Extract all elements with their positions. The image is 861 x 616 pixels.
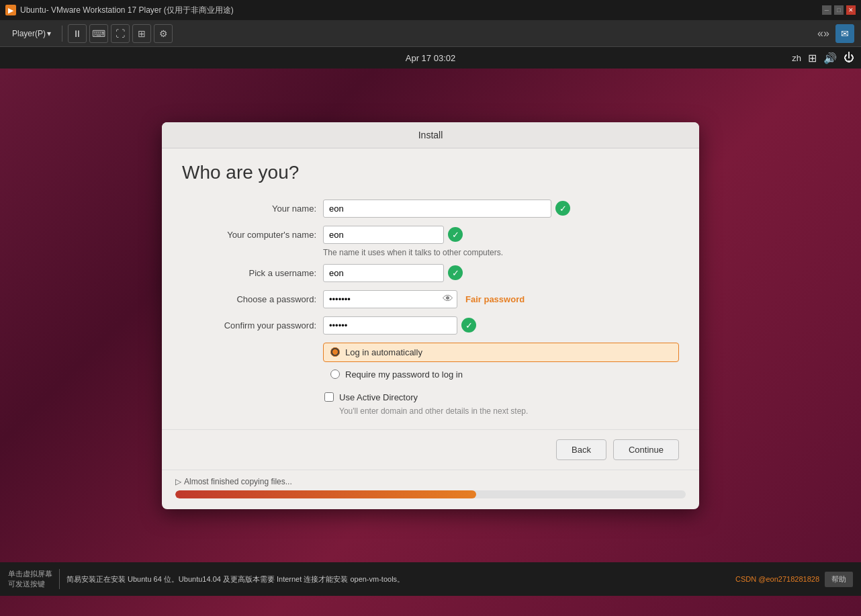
- password-field-wrap: 👁: [323, 290, 457, 308]
- datetime-display: Apr 17 03:02: [406, 53, 455, 63]
- computer-input[interactable]: [323, 226, 444, 244]
- auto-login-label: Log in automatically: [345, 347, 422, 357]
- unity-button[interactable]: ⊞: [132, 24, 151, 43]
- password-eye-icon[interactable]: 👁: [443, 293, 453, 305]
- power-icon: ⏻: [844, 52, 854, 64]
- require-password-option[interactable]: Require my password to log in: [323, 365, 679, 384]
- password-input-wrap: 👁 Fair password: [323, 290, 679, 308]
- confirm-input-wrap: ✓: [323, 316, 679, 335]
- continue-button[interactable]: Continue: [613, 439, 679, 460]
- name-input[interactable]: [323, 200, 551, 218]
- help-button[interactable]: 帮助: [825, 572, 853, 587]
- hint-line1: 单击虚拟屏幕: [8, 569, 52, 579]
- progress-text: Almost finished copying files...: [184, 477, 292, 486]
- username-input[interactable]: [323, 264, 444, 282]
- hint-text-block: 单击虚拟屏幕 可发送按键: [8, 569, 52, 590]
- send-key-button[interactable]: ⌨: [89, 24, 108, 43]
- confirm-input[interactable]: [323, 316, 457, 335]
- close-button[interactable]: ✕: [846, 5, 856, 15]
- name-check-icon: ✓: [555, 201, 570, 216]
- statusbar-right-icons: zh ⊞ 🔊 ⏻: [792, 52, 854, 64]
- active-dir-hint: You'll enter domain and other details in…: [339, 406, 679, 416]
- password-label: Choose a password:: [182, 294, 316, 304]
- confirm-check-icon: ✓: [461, 318, 476, 333]
- active-directory-row[interactable]: Use Active Directory: [323, 390, 679, 405]
- install-dialog: Install Who are you? Your name: ✓ Your c…: [162, 122, 699, 509]
- status-bar-top: Apr 17 03:02 zh ⊞ 🔊 ⏻: [0, 47, 861, 69]
- progress-bar-fill: [175, 490, 476, 498]
- name-input-wrap: ✓: [323, 200, 679, 218]
- dialog-footer: Back Continue: [162, 429, 699, 470]
- progress-bar-background: [175, 490, 686, 498]
- desktop: Install Who are you? Your name: ✓ Your c…: [0, 69, 861, 562]
- name-row: Your name: ✓: [182, 200, 679, 218]
- minimize-button[interactable]: ─: [822, 5, 831, 15]
- player-menu-button[interactable]: Player(P) ▾: [7, 26, 56, 41]
- auto-login-option[interactable]: Log in automatically: [323, 343, 679, 362]
- separator: [59, 569, 60, 589]
- window-title: Ubuntu- VMware Workstation 17 Player (仅用…: [20, 5, 818, 16]
- bottom-statusbar: 单击虚拟屏幕 可发送按键 简易安装正在安装 Ubuntu 64 位。Ubuntu…: [0, 562, 861, 596]
- computer-label: Your computer's name:: [182, 230, 316, 240]
- progress-arrow-icon: ▷: [175, 477, 181, 486]
- hint-line2: 可发送按键: [8, 579, 52, 589]
- dialog-body: Who are you? Your name: ✓ Your computer'…: [162, 148, 699, 429]
- back-button[interactable]: Back: [556, 439, 606, 460]
- message-button[interactable]: ✉: [835, 24, 854, 43]
- require-password-radio[interactable]: [330, 369, 340, 379]
- confirm-password-row: Confirm your password: ✓: [182, 316, 679, 335]
- network-icon: ⊞: [808, 52, 817, 64]
- active-dir-label: Use Active Directory: [339, 392, 418, 402]
- computer-check-icon: ✓: [448, 227, 463, 242]
- brand-label: CSDN @eon2718281828: [735, 575, 819, 583]
- password-input[interactable]: [323, 290, 457, 308]
- fullscreen-button[interactable]: ⛶: [111, 24, 130, 43]
- language-indicator: zh: [792, 53, 801, 63]
- vm-toolbar: Player(P) ▾ ⏸ ⌨ ⛶ ⊞ ⚙ «» ✉: [0, 20, 861, 47]
- toolbar-separator: [62, 26, 62, 42]
- name-label: Your name:: [182, 204, 316, 214]
- bottombar-right: CSDN @eon2718281828 帮助: [735, 572, 853, 587]
- active-dir-checkbox[interactable]: [324, 392, 334, 402]
- computer-name-row: Your computer's name: ✓: [182, 226, 679, 244]
- require-password-label: Require my password to log in: [345, 369, 463, 380]
- progress-label: ▷ Almost finished copying files...: [175, 477, 686, 486]
- fast-forward-button[interactable]: «»: [814, 24, 833, 43]
- app-icon: ▶: [5, 5, 16, 15]
- username-check-icon: ✓: [448, 265, 463, 280]
- username-label: Pick a username:: [182, 268, 316, 278]
- confirm-label: Confirm your password:: [182, 320, 316, 331]
- password-row: Choose a password: 👁 Fair password: [182, 290, 679, 308]
- username-input-wrap: ✓: [323, 264, 679, 282]
- username-row: Pick a username: ✓: [182, 264, 679, 282]
- dialog-header: Install: [162, 122, 699, 148]
- titlebar: ▶ Ubuntu- VMware Workstation 17 Player (…: [0, 0, 861, 20]
- volume-icon: 🔊: [823, 52, 837, 64]
- status-message: 简易安装正在安装 Ubuntu 64 位。Ubuntu14.04 及更高版本需要…: [66, 574, 729, 584]
- password-strength-label: Fair password: [465, 294, 525, 304]
- window-controls: ─ □ ✕: [822, 5, 856, 15]
- pause-button[interactable]: ⏸: [68, 24, 87, 43]
- settings-button[interactable]: ⚙: [154, 24, 173, 43]
- restore-button[interactable]: □: [834, 5, 844, 15]
- progress-area: ▷ Almost finished copying files...: [162, 470, 699, 509]
- computer-input-wrap: ✓: [323, 226, 679, 244]
- computer-hint: The name it uses when it talks to other …: [323, 248, 679, 257]
- login-options: Log in automatically Require my password…: [323, 343, 679, 416]
- dialog-title: Install: [418, 130, 443, 140]
- page-title: Who are you?: [182, 162, 679, 183]
- auto-login-radio[interactable]: [330, 347, 340, 357]
